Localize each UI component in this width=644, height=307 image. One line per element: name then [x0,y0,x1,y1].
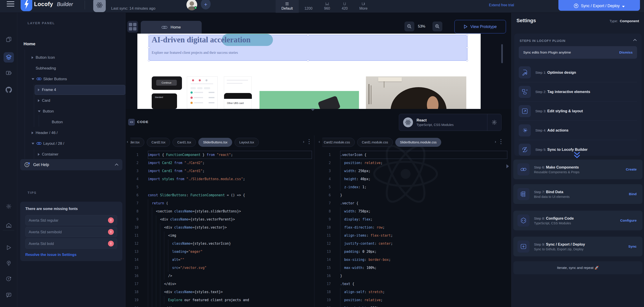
code-line[interactable]: 12className={styles.vectorIcon} [126,240,314,248]
code-line[interactable]: 7return ( [126,199,314,207]
code-line[interactable]: 1.vectorIcon { [318,151,510,159]
code-tab-sliderbuttons-tsx[interactable]: SliderButtons.tsx [198,138,232,147]
code-line[interactable]: 3width: 256px; [318,167,510,175]
css-code-editor[interactable]: 1.vectorIcon {2position: relative;3width… [318,151,510,307]
code-tab-card1-tsx[interactable]: Card1.tsx [172,138,196,147]
expand-icon[interactable] [38,99,40,102]
resize-handle[interactable] [148,60,150,62]
collapse-section-icon[interactable] [633,39,637,42]
collapse-code-panel-icon[interactable] [310,109,315,111]
code-line[interactable]: 15max-width: 100%; [318,264,510,272]
tsx-code-editor[interactable]: 1import { FunctionComponent } from "reac… [126,151,314,307]
layer-item-layout-28-[interactable]: Layout / 28 / [32,139,64,148]
layer-item-button-icon[interactable]: Button Icon [32,53,55,62]
canvas-scrollbar[interactable] [501,44,503,63]
device-preview-icon[interactable] [4,68,14,78]
code-line[interactable]: 10flex-direction: row; [318,224,510,232]
code-tab-card2-tsx[interactable]: Card2.tsx [147,138,170,147]
step-action-bind[interactable]: Bind [629,192,636,196]
step-row-1[interactable]: Step 1: Optimise design [519,63,637,82]
github-icon[interactable] [4,85,14,95]
code-line[interactable]: 9display: flex; [318,215,510,224]
resize-handle[interactable] [148,34,150,36]
code-line[interactable]: 16/> [126,272,314,280]
layer-item-card[interactable]: Card [38,96,50,106]
resolve-fonts-link[interactable]: Resolve the issue in Settings [25,252,76,257]
code-tab-sliderbuttons-module-css[interactable]: SliderButtons.module.css [395,138,442,147]
code-tab-holder-tsx[interactable]: holder.tsx [130,138,144,147]
step-card-7[interactable]: Step 7: Bind DataBind data to UI element… [513,184,642,204]
resize-handle[interactable] [466,34,468,36]
zoom-out-button[interactable] [404,22,414,31]
code-line[interactable]: 18<div className={styles.text}> [126,288,314,296]
resize-handle[interactable] [307,60,309,62]
layer-item-container[interactable]: Container [38,150,58,159]
code-line[interactable]: 7.vector { [318,199,510,207]
code-line[interactable]: 2position: relative; [318,159,510,167]
expand-icon[interactable] [32,132,34,134]
collapse-icon[interactable] [38,110,40,112]
step-row-4[interactable]: Step 4: Add actions [519,120,637,140]
code-line[interactable]: 17.text { [318,280,510,288]
step-card-9[interactable]: Step 9: Sync / Export / DeploySync to Gi… [513,237,642,256]
feedback-icon[interactable] [4,290,14,300]
pages-icon[interactable] [4,34,14,44]
layer-item-frame-4[interactable]: Frame 4 [38,85,56,95]
tabs-scroll-left-icon[interactable]: ‹ [319,140,320,144]
code-line[interactable]: 1import { FunctionComponent } from "reac… [126,151,314,159]
collapse-icon[interactable] [32,78,34,80]
code-line[interactable]: 4import styles from "./SliderButtons.mod… [126,175,314,183]
code-line[interactable]: 11<img [126,232,314,240]
layer-root-home[interactable]: Home [24,42,36,46]
code-line[interactable]: 18align-self: stretch; [318,288,510,296]
code-line[interactable]: 13padding: 0 20px; [318,248,510,256]
breakpoint-tab-420[interactable]: 420 [336,0,354,13]
collapse-icon[interactable] [32,143,34,144]
dismiss-button[interactable]: Dismiss [619,50,632,54]
tabs-menu-icon[interactable]: ••• [500,138,502,144]
code-tab-card1-module-css[interactable]: Card1.module.css [357,138,393,147]
tabs-scroll-right-icon[interactable]: › [495,140,496,144]
get-help-button[interactable]: ? Get Help [20,159,122,170]
sync-export-deploy-button[interactable]: Sync / Export / Deploy [558,0,640,11]
code-line[interactable]: 19position: relative; [318,296,510,304]
layer-item-header-46-[interactable]: Header / 46 / [32,128,58,138]
resize-handle[interactable] [148,46,150,49]
pane-divider[interactable] [314,135,314,307]
code-line[interactable]: 15src="/vector.svg" [126,264,314,272]
home-icon[interactable] [4,220,14,230]
tabs-scroll-right-icon[interactable]: › [303,140,304,144]
breakpoint-tab-1200[interactable]: 1200 [299,0,318,13]
code-line[interactable]: 6} [318,191,510,199]
tips-icon[interactable] [4,258,14,268]
code-line[interactable]: 6const SliderButtons: FunctionComponent … [126,191,314,199]
code-line[interactable]: 10<div className={styles.vector}> [126,224,314,232]
code-line[interactable]: 9<div className={styles.vectorParent}> [126,215,314,224]
tabs-menu-icon[interactable]: ••• [308,138,310,144]
resize-handle[interactable] [466,60,468,62]
expand-icon[interactable] [38,88,40,91]
settings-icon[interactable] [4,201,14,212]
code-line[interactable]: 5 [126,183,314,191]
expand-icon[interactable] [38,153,40,156]
step-row-2[interactable]: Step 2: Tag interactive elements [519,82,637,101]
code-line[interactable]: 3import Card1 from "./Card1"; [126,167,314,175]
code-line[interactable]: 5z-index: 1; [318,183,510,191]
step-card-6[interactable]: Step 6: Make ComponentsReusable Componen… [513,160,642,179]
code-line[interactable]: 13loading="eager" [126,248,314,256]
play-icon[interactable] [4,242,14,253]
breakpoint-tab-default[interactable]: Default [276,0,299,13]
layer-item-slider-buttons[interactable]: Slider Buttons [32,74,67,84]
code-line[interactable]: 19Explore our featured client projects a… [126,296,314,304]
code-line[interactable]: 17</div> [126,280,314,288]
locofy-logo-icon[interactable] [20,0,32,11]
code-line[interactable]: 8<section className={styles.sliderButton… [126,207,314,215]
code-line[interactable]: 14alt="" [126,256,314,264]
react-project-icon[interactable] [93,0,106,12]
step-action-configure[interactable]: Configure [620,218,636,222]
help-icon[interactable]: ? [4,274,14,284]
breakpoint-tab-more[interactable]: More [354,0,373,13]
breakpoint-tab-960[interactable]: 960 [318,0,336,13]
resize-handle[interactable] [307,34,309,36]
zoom-in-button[interactable] [432,22,442,31]
